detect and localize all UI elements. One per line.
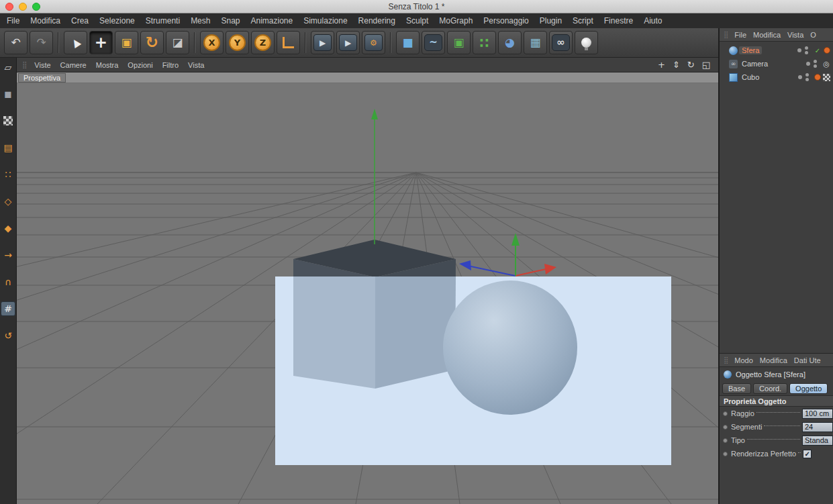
menu-plugin[interactable]: Plugin <box>534 16 567 26</box>
move-tool-icon[interactable]: + <box>89 31 113 54</box>
cloner-icon[interactable]: ∷ <box>473 31 496 54</box>
render-view-icon[interactable]: ▶ <box>311 31 334 54</box>
visibility-dots[interactable] <box>805 73 809 81</box>
add-spline-icon[interactable]: ~ <box>422 31 445 54</box>
menu-mograph[interactable]: MoGraph <box>434 16 478 26</box>
menu-strumenti[interactable]: Strumenti <box>140 16 185 26</box>
texture-tag-icon[interactable] <box>823 74 830 81</box>
am-menu-modifica[interactable]: Modifica <box>756 356 791 364</box>
vp-menu-opzioni[interactable]: Opzioni <box>123 61 157 69</box>
am-menu-dati-ute[interactable]: Dati Ute <box>791 356 824 364</box>
viewport-zoom-icon[interactable]: ⇕ <box>673 60 680 70</box>
input-raggio[interactable]: 100 cm <box>802 409 833 419</box>
viewport-toggle-icon[interactable]: ◱ <box>702 60 710 70</box>
tab-oggetto[interactable]: Oggetto <box>789 383 828 394</box>
om-menu-modifica[interactable]: Modifica <box>750 31 784 39</box>
sphere-object[interactable] <box>443 281 577 415</box>
menu-mesh[interactable]: Mesh <box>185 16 215 26</box>
camera-target-tag-icon[interactable]: ◎ <box>822 60 830 68</box>
make-editable-icon[interactable]: ▱ <box>1 60 15 74</box>
check-tag-icon[interactable]: ✓ <box>814 46 822 54</box>
undo-icon[interactable]: ↶ <box>4 31 28 54</box>
om-menu-file[interactable]: File <box>731 31 750 39</box>
keyframe-dot-icon[interactable] <box>723 411 728 416</box>
edges-mode-icon[interactable]: ◇ <box>1 194 15 209</box>
vp-menu-mostra[interactable]: Mostra <box>91 61 124 69</box>
visibility-dots[interactable] <box>814 60 817 68</box>
light-icon[interactable] <box>575 31 598 54</box>
view-label[interactable]: Prospettiva <box>18 73 66 83</box>
last-tool-icon[interactable]: ◪ <box>166 31 189 54</box>
panel-grip-icon[interactable] <box>22 61 27 68</box>
lock-z-axis-icon[interactable]: Z <box>251 31 275 54</box>
viewport-rotate-icon[interactable]: ↻ <box>687 60 695 70</box>
tab-base[interactable]: Base <box>722 383 751 394</box>
lock-y-axis-icon[interactable]: Y <box>226 31 249 54</box>
menu-sculpt[interactable]: Sculpt <box>401 16 434 26</box>
scene-camera-icon[interactable]: ∞ <box>549 31 573 54</box>
workplane-mode-icon[interactable]: ▤ <box>1 140 15 155</box>
menu-rendering[interactable]: Rendering <box>353 16 401 26</box>
close-button[interactable] <box>5 3 13 11</box>
menu-file[interactable]: File <box>1 16 25 26</box>
orange-dot-tag-icon[interactable] <box>824 47 830 54</box>
add-cube-icon[interactable]: ■ <box>396 31 420 54</box>
panel-grip-icon[interactable] <box>724 31 728 38</box>
scale-tool-icon[interactable]: ▣ <box>115 31 138 54</box>
menu-script[interactable]: Script <box>567 16 599 26</box>
visibility-dots[interactable] <box>805 46 808 54</box>
panel-grip-icon[interactable] <box>724 356 728 364</box>
menu-finestre[interactable]: Finestre <box>599 16 638 26</box>
coordinate-system-icon[interactable] <box>277 31 300 54</box>
subdivision-surface-icon[interactable]: ▣ <box>447 31 471 54</box>
normal-move-icon[interactable]: ∩ <box>1 274 15 289</box>
snap-toggle-icon[interactable]: # <box>1 301 15 316</box>
menu-personaggio[interactable]: Personaggio <box>478 16 534 26</box>
object-row-sfera[interactable]: Sfera✓ <box>720 44 833 57</box>
live-selection-icon[interactable]: ▲ <box>64 31 87 54</box>
lock-x-axis-icon[interactable]: X <box>200 31 224 54</box>
texture-mode-icon[interactable] <box>1 113 15 128</box>
om-menu-vista[interactable]: Vista <box>784 31 807 39</box>
vp-menu-camere[interactable]: Camere <box>56 61 91 69</box>
redo-icon[interactable]: ↷ <box>30 31 53 54</box>
zoom-button[interactable] <box>32 3 40 11</box>
quantize-icon[interactable]: ↺ <box>1 328 15 343</box>
render-picture-viewer-icon[interactable]: ▶ <box>336 31 360 54</box>
menu-snap[interactable]: Snap <box>215 16 245 26</box>
keyframe-dot-icon[interactable] <box>723 425 728 430</box>
rotate-tool-icon[interactable]: ↻ <box>140 31 164 54</box>
keyframe-dot-icon[interactable] <box>723 438 728 443</box>
object-row-cubo[interactable]: Cubo <box>720 70 833 84</box>
polygons-mode-icon[interactable]: ◆ <box>1 221 15 236</box>
enable-dot[interactable] <box>806 62 810 66</box>
viewport-canvas[interactable] <box>17 83 718 504</box>
vp-menu-vista[interactable]: Vista <box>183 61 209 69</box>
deformer-icon[interactable]: ◕ <box>498 31 522 54</box>
dropdown-tipo[interactable]: Standa <box>802 436 833 446</box>
input-segmenti[interactable]: 24 <box>802 422 833 432</box>
keyframe-dot-icon[interactable] <box>723 452 728 456</box>
render-settings-icon[interactable]: ⚙ <box>362 31 385 54</box>
object-row-camera[interactable]: ∞Camera◎ <box>720 57 833 70</box>
menu-animazione[interactable]: Animazione <box>246 16 299 26</box>
enable-dot[interactable] <box>797 48 801 52</box>
menu-selezione[interactable]: Selezione <box>94 16 140 26</box>
menu-aiuto[interactable]: Aiuto <box>638 16 667 26</box>
menu-simulazione[interactable]: Simulazione <box>298 16 352 26</box>
viewport-pan-icon[interactable]: + <box>658 60 665 70</box>
am-menu-modo[interactable]: Modo <box>731 356 756 364</box>
points-mode-icon[interactable]: ∷ <box>1 167 15 182</box>
minimize-button[interactable] <box>19 3 27 11</box>
vp-menu-filtro[interactable]: Filtro <box>158 61 183 69</box>
model-mode-icon[interactable]: ◼ <box>1 87 15 101</box>
tab-coord-[interactable]: Coord. <box>753 383 787 394</box>
menu-modifica[interactable]: Modifica <box>25 16 66 26</box>
menu-crea[interactable]: Crea <box>66 16 94 26</box>
om-menu-o[interactable]: O <box>807 31 820 39</box>
checkbox-renderizza-perfetto[interactable]: ✓ <box>803 450 812 458</box>
vp-menu-viste[interactable]: Viste <box>30 61 55 69</box>
enable-axis-icon[interactable]: → <box>1 248 15 262</box>
environment-icon[interactable]: ▦ <box>524 31 547 54</box>
enable-dot[interactable] <box>798 75 802 79</box>
